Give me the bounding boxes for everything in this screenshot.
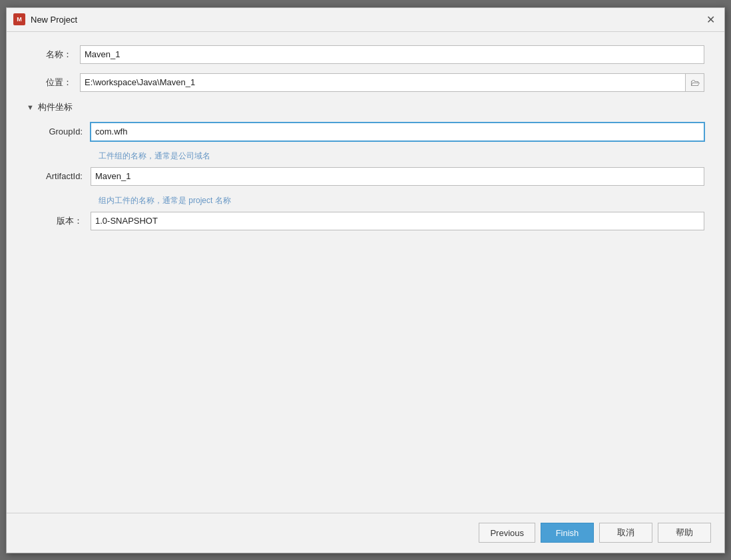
previous-button[interactable]: Previous: [479, 523, 535, 543]
location-label: 位置：: [27, 77, 80, 89]
section-content: GroupId: 工件组的名称，通常是公司域名 ArtifactId: 组内工件…: [27, 123, 704, 230]
location-input[interactable]: [80, 73, 686, 92]
title-bar: M New Project ✕: [7, 8, 724, 32]
help-button[interactable]: 帮助: [658, 523, 711, 543]
finish-button[interactable]: Finish: [541, 523, 594, 543]
artifactid-row: ArtifactId:: [37, 167, 704, 186]
dialog-content: 名称： 位置： 🗁 ▼ 构件坐标 GroupId: 工件组的名: [7, 32, 724, 513]
groupid-label: GroupId:: [37, 127, 91, 137]
cancel-button[interactable]: 取消: [599, 523, 652, 543]
folder-icon: 🗁: [690, 77, 700, 88]
version-input[interactable]: [91, 212, 704, 230]
dialog-footer: Previous Finish 取消 帮助: [7, 513, 724, 553]
dialog-icon: M: [13, 13, 25, 25]
new-project-dialog: M New Project ✕ 名称： 位置： 🗁 ▼ 构件坐标: [6, 7, 725, 553]
artifactid-input[interactable]: [91, 167, 704, 186]
artifactid-label: ArtifactId:: [37, 171, 91, 181]
name-input[interactable]: [80, 45, 704, 64]
maven-icon: M: [13, 13, 25, 25]
artifactid-hint: 组内工件的名称，通常是 project 名称: [91, 195, 704, 206]
location-row: 位置： 🗁: [27, 73, 704, 92]
groupid-row: GroupId:: [37, 123, 704, 141]
groupid-hint: 工件组的名称，通常是公司域名: [91, 150, 704, 162]
collapse-icon[interactable]: ▼: [27, 103, 34, 111]
name-row: 名称：: [27, 45, 704, 64]
version-label: 版本：: [37, 215, 91, 227]
close-button[interactable]: ✕: [703, 12, 718, 27]
dialog-title: New Project: [31, 15, 703, 25]
location-input-group: 🗁: [80, 73, 704, 92]
name-label: 名称：: [27, 49, 80, 61]
section-title: 构件坐标: [38, 101, 73, 113]
version-row: 版本：: [37, 212, 704, 230]
groupid-input[interactable]: [91, 123, 704, 141]
section-header: ▼ 构件坐标: [27, 101, 704, 113]
browse-button[interactable]: 🗁: [686, 73, 704, 92]
